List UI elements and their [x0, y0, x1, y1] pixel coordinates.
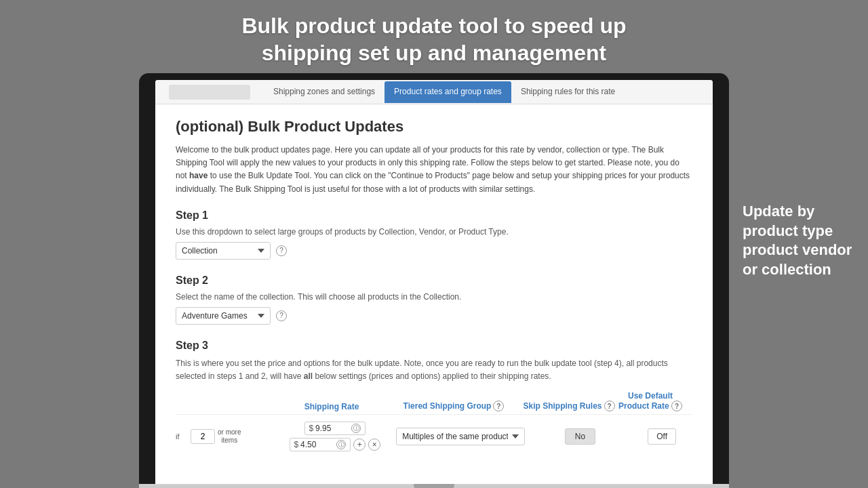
page-title: (optional) Bulk Product Updates	[176, 118, 692, 136]
rate-row: if or more items	[176, 418, 692, 455]
use-default-help-icon[interactable]: ?	[671, 401, 682, 411]
side-annotation: Update by product type product vendor or…	[743, 202, 868, 279]
step1-title: Step 1	[176, 209, 692, 222]
price-row-2: $ ⓘ + ×	[290, 438, 380, 451]
page-heading: Bulk product update tool to speed up shi…	[174, 12, 694, 66]
tab-shipping-rules[interactable]: Shipping rules for this rate	[511, 81, 625, 103]
step3-title: Step 3	[176, 340, 692, 352]
step1-section: Step 1 Use this dropdown to select large…	[176, 209, 692, 260]
price-input-wrap-2: $ ⓘ	[290, 438, 351, 451]
intro-text: Welcome to the bulk product updates page…	[176, 144, 692, 196]
step1-help-icon[interactable]: ?	[276, 245, 287, 256]
step1-dropdown[interactable]: Collection Vendor Product Type	[176, 242, 271, 260]
price-input-1[interactable]	[315, 424, 349, 433]
step1-desc: Use this dropdown to select large groups…	[176, 227, 692, 237]
col-header-use-default: Use Default Product Rate ?	[616, 391, 684, 411]
step2-select-row: Adventure Games Board Games Card Games ?	[176, 307, 692, 325]
dollar-sign-2: $	[294, 440, 298, 449]
skip-header-help-icon[interactable]: ?	[604, 401, 615, 411]
tiered-select-wrap: Multiples of the same product Add all it…	[393, 428, 528, 445]
step3-desc: This is where you set the price and opti…	[176, 357, 692, 383]
step2-dropdown[interactable]: Adventure Games Board Games Card Games	[176, 307, 271, 325]
nav-bar: Shipping zones and settings Product rate…	[155, 80, 713, 104]
main-content: (optional) Bulk Product Updates Welcome …	[155, 104, 713, 484]
col-header-tiered: Tiered Shipping Group ?	[386, 401, 521, 411]
search-bar[interactable]	[169, 85, 250, 100]
col-header-skip: Skip Shipping Rules ?	[521, 401, 616, 411]
use-default-wrap: Off	[631, 428, 692, 445]
use-default-toggle[interactable]: Off	[648, 428, 676, 445]
step2-help-icon[interactable]: ?	[276, 310, 287, 321]
price1-info-icon[interactable]: ⓘ	[351, 424, 361, 433]
tab-shipping-zones[interactable]: Shipping zones and settings	[264, 81, 384, 103]
add-price-row-btn[interactable]: +	[353, 439, 366, 451]
price-rows: $ ⓘ $ ⓘ	[281, 422, 390, 451]
price-input-2[interactable]	[300, 440, 334, 449]
if-label: if	[176, 432, 188, 441]
step3-table-header: Shipping Rate Tiered Shipping Group ? Sk…	[176, 391, 692, 415]
price-input-wrap-1: $ ⓘ	[304, 422, 366, 435]
price2-info-icon[interactable]: ⓘ	[336, 440, 346, 449]
skip-rules-wrap: No	[533, 428, 628, 445]
laptop-bottom: MacBook Pro	[139, 484, 729, 488]
step2-desc: Select the name of the collection. This …	[176, 292, 692, 302]
tiered-header-help-icon[interactable]: ?	[493, 401, 504, 411]
step1-select-row: Collection Vendor Product Type ?	[176, 242, 692, 260]
step3-section: Step 3 This is where you set the price a…	[176, 340, 692, 455]
tab-product-rates[interactable]: Product rates and group rates	[384, 81, 511, 103]
col-header-shipping-rate: Shipping Rate	[277, 402, 386, 411]
remove-price-row-btn[interactable]: ×	[368, 439, 380, 451]
nav-tabs: Shipping zones and settings Product rate…	[264, 81, 625, 103]
qty-input[interactable]	[191, 429, 215, 444]
tiered-dropdown[interactable]: Multiples of the same product Add all it…	[396, 428, 525, 445]
skip-rules-button[interactable]: No	[565, 428, 595, 445]
or-more-items-label: or more items	[218, 428, 241, 445]
price-row-1: $ ⓘ	[304, 422, 366, 435]
dollar-sign-1: $	[309, 424, 313, 433]
step2-title: Step 2	[176, 274, 692, 287]
step2-section: Step 2 Select the name of the collection…	[176, 274, 692, 325]
laptop-notch	[414, 484, 454, 488]
